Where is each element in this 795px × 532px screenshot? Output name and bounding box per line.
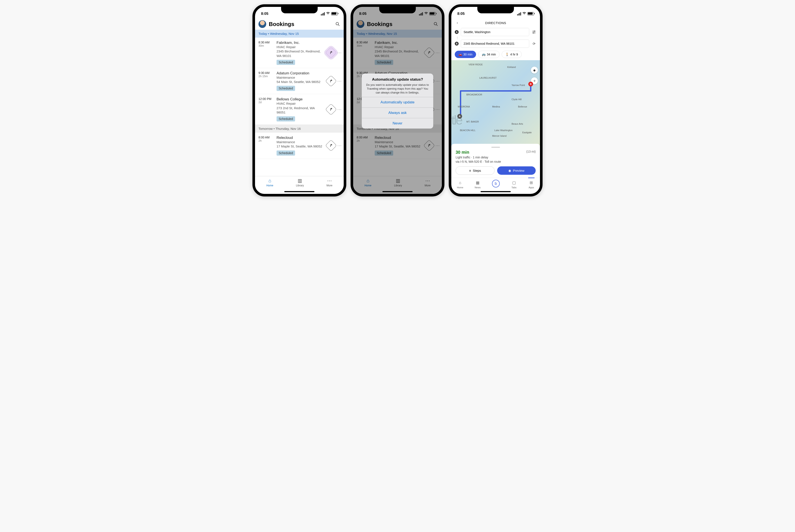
- swap-icon[interactable]: ⟳: [531, 41, 537, 46]
- booking-time: 8:00 AM: [258, 136, 274, 139]
- directions-title: DIRECTIONS: [463, 21, 529, 25]
- home-indicator[interactable]: [481, 191, 511, 192]
- alert-button-auto[interactable]: Automatically update: [362, 97, 433, 108]
- booking-row[interactable]: 8:30 AM30m Fabrikam, Inc. HVAC Repair 23…: [255, 38, 344, 68]
- turn-icon: ↱: [329, 143, 333, 148]
- booking-duration: 2d: [258, 100, 274, 104]
- tab-more[interactable]: ⋯More: [326, 178, 332, 194]
- map-watermark: tle: [451, 113, 462, 128]
- booking-row[interactable]: 8:00 AM2h Relecloud Maintenance 17 Maple…: [255, 133, 344, 159]
- map-place-label: VIEW RIDGE: [469, 63, 483, 66]
- svg-point-0: [336, 22, 339, 25]
- map-place-label: Yarrow Point: [511, 84, 525, 87]
- status-time: 8:05: [261, 12, 268, 16]
- directions-button[interactable]: ↱: [325, 103, 337, 115]
- map-place-label: Kirkland: [507, 66, 516, 68]
- summary-time: 30 min: [456, 150, 469, 155]
- more-button[interactable]: ⋯: [337, 50, 342, 55]
- phone-screen-2: 8:05 Bookings Today • Wednesday, Nov 15 …: [350, 4, 445, 196]
- mode-car[interactable]: 🚗30 min: [455, 51, 476, 58]
- turn-icon: ↱: [329, 79, 333, 83]
- map[interactable]: ◈ ✧ A B VIEW RIDGEKirklandLAURELHURSTYar…: [451, 60, 540, 147]
- map-place-label: MADRONA: [458, 105, 470, 108]
- date-separator-today: Today • Wednesday, Nov 15: [255, 30, 344, 38]
- avatar[interactable]: [258, 20, 266, 28]
- tab-home[interactable]: ⌂Home: [267, 178, 273, 194]
- phone-screen-3: 8:05 ‹ DIRECTIONS A Seattle, Washington …: [449, 4, 543, 196]
- more-button[interactable]: ⋯: [337, 78, 342, 83]
- bing-icon: b: [492, 180, 500, 187]
- booking-address: 2345 Birchwood Dr, Redmond, WA 98101: [276, 49, 324, 58]
- summary-distance: (13 mi): [526, 150, 536, 155]
- drag-handle[interactable]: [491, 147, 500, 148]
- wifi-icon: [326, 12, 330, 16]
- apps-icon: ⊞: [528, 180, 535, 186]
- svg-point-7: [533, 33, 534, 33]
- directions-button[interactable]: ↱: [325, 75, 337, 87]
- status-badge: Scheduled: [276, 116, 295, 121]
- preview-button[interactable]: ◉Preview: [497, 166, 536, 175]
- nav-bing[interactable]: b: [492, 180, 500, 189]
- notch: [379, 7, 416, 13]
- summary-traffic: Light traffic · 1 min delay: [456, 156, 536, 159]
- steps-button[interactable]: ≡Steps: [456, 166, 494, 175]
- marker-a-icon: A: [455, 30, 458, 34]
- home-icon: ⌂: [267, 178, 273, 184]
- alert-title: Automatically update status?: [366, 77, 429, 82]
- nav-apps[interactable]: ⊞Apps: [528, 180, 535, 189]
- status-time: 8:05: [457, 12, 465, 16]
- booking-row[interactable]: 9:30 AM2h 15m Adatum Corporation Mainten…: [255, 68, 344, 94]
- more-button[interactable]: ⋯: [337, 143, 342, 148]
- battery-icon: [331, 12, 338, 16]
- layers-icon[interactable]: ◈: [531, 66, 538, 74]
- map-place-label: BROADMOOR: [466, 93, 482, 96]
- directions-button[interactable]: ↱: [325, 47, 337, 59]
- map-place-label: Bellevue: [518, 105, 527, 108]
- mode-walk[interactable]: 🚶4 hr 9: [502, 51, 522, 58]
- booking-type: Maintenance: [276, 140, 324, 144]
- wifi-icon: [522, 12, 526, 16]
- status-badge: Scheduled: [276, 86, 295, 91]
- nav-news[interactable]: ▦News: [474, 180, 481, 189]
- turn-icon: ↱: [329, 50, 333, 55]
- cellular-icon: [517, 12, 521, 16]
- alert-dialog: Automatically update status? Do you want…: [362, 74, 433, 129]
- booking-address: 17 Maple St, Seattle, WA 98052: [276, 144, 324, 149]
- date-separator-tomorrow: Tomorrow • Thursday, Nov 16: [255, 125, 344, 133]
- nav-tabs[interactable]: ▢Tabs: [511, 180, 517, 189]
- alert-button-never[interactable]: Never: [362, 118, 433, 129]
- car-icon: 🚗: [458, 53, 462, 56]
- booking-type: Maintenance: [276, 75, 324, 80]
- map-marker-b: B: [528, 82, 533, 87]
- map-place-label: Lake Washington: [494, 129, 513, 132]
- more-icon: ⋯: [326, 178, 332, 184]
- booking-address: 54 Main St, Seattle, WA 98052: [276, 80, 324, 84]
- home-indicator[interactable]: [284, 191, 314, 192]
- route-summary: 30 min (13 mi) Light traffic · 1 min del…: [451, 144, 540, 178]
- booking-name: Bellows College: [276, 97, 324, 101]
- alert-body: Do you want to automatically update your…: [366, 83, 429, 95]
- booking-duration: 2h 15m: [258, 75, 274, 78]
- directions-button[interactable]: ↱: [325, 140, 337, 151]
- alert-button-always-ask[interactable]: Always ask: [362, 108, 433, 118]
- from-input[interactable]: Seattle, Washington: [461, 28, 529, 36]
- booking-duration: 30m: [258, 44, 274, 47]
- booking-type: HVAC Repair: [276, 45, 324, 49]
- directions-header: ‹ DIRECTIONS: [451, 18, 540, 27]
- map-place-label: Mercer Island: [492, 135, 507, 137]
- more-button[interactable]: ⋯: [337, 107, 342, 112]
- svg-point-5: [534, 31, 535, 32]
- search-icon[interactable]: [335, 21, 340, 27]
- mode-transit[interactable]: 🚌34 min: [478, 51, 500, 58]
- route-connector: ⋮: [451, 37, 540, 39]
- home-icon: ⌂: [457, 180, 463, 186]
- settings-icon[interactable]: [531, 30, 537, 35]
- turn-icon: ↱: [329, 107, 333, 112]
- status-badge: Scheduled: [276, 60, 295, 65]
- eye-icon: ◉: [508, 169, 511, 173]
- map-place-label: Eastgate: [522, 131, 531, 134]
- booking-row[interactable]: 12:00 PM2d Bellows College HVAC Repair 2…: [255, 94, 344, 125]
- to-input[interactable]: 2345 Birchwood Redmond, WA 98101: [461, 40, 529, 48]
- back-icon[interactable]: ‹: [455, 20, 460, 25]
- nav-home[interactable]: ⌂Home: [457, 180, 463, 189]
